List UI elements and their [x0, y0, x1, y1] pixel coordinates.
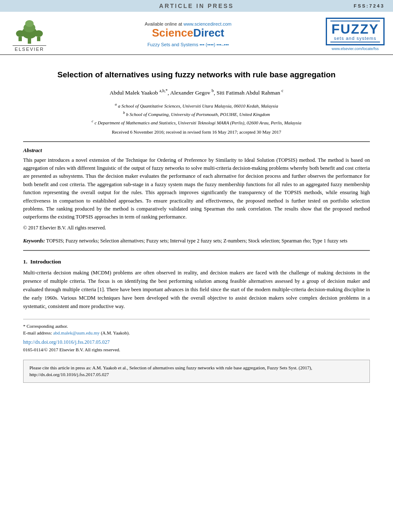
affiliation-c: c c Department of Mathematics and Statis…: [23, 118, 370, 126]
abstract-text: This paper introduces a novel extension …: [23, 156, 370, 221]
svg-point-3: [25, 20, 34, 27]
center-header: Available online at www.sciencedirect.co…: [50, 21, 326, 47]
abstract-section: Abstract This paper introduces a novel e…: [23, 147, 370, 231]
footnote-area: * Corresponding author. E-mail address: …: [23, 319, 370, 352]
copyright: © 2017 Elsevier B.V. All rights reserved…: [23, 225, 370, 231]
section1-title: 1. Introduction: [23, 258, 370, 265]
cite-text: Please cite this article in press as: A.…: [29, 365, 312, 377]
abstract-title: Abstract: [23, 147, 370, 154]
fuzzy-logo-text: FUZZY: [330, 22, 380, 36]
sciencedirect-url: www.sciencedirect.com: [183, 21, 231, 26]
article-banner: ARTICLE IN PRESS FSS:7243: [0, 0, 393, 12]
corresponding-label: * Corresponding author.: [23, 324, 68, 329]
svg-rect-0: [28, 38, 31, 44]
received-dates: Received 6 November 2016; received in re…: [23, 129, 370, 134]
issn-text: 0165-0114/© 2017 Elsevier B.V. All right…: [23, 347, 370, 352]
section1-heading: Introduction: [30, 258, 61, 265]
email-label: E-mail address:: [23, 330, 52, 335]
keywords: Keywords: TOPSIS; Fuzzy networks; Select…: [23, 237, 370, 245]
journal-name-header: Fuzzy Sets and Systems ••• (••••) •••–••…: [59, 42, 317, 47]
svg-rect-6: [18, 37, 22, 41]
section1-number: 1.: [23, 258, 27, 265]
keywords-label: Keywords:: [23, 238, 45, 244]
elsevier-logo: ELSEVIER: [8, 17, 50, 52]
email-suffix: (A.M. Yaakob).: [101, 330, 130, 335]
section1-text: Multi-criteria decision making (MCDM) pr…: [23, 269, 370, 311]
affiliation-b: b b School of Computing, University of P…: [23, 110, 370, 118]
fuzzy-logo-url: www.elsevier.com/locate/fss: [332, 47, 379, 51]
section-divider: [23, 250, 370, 251]
fuzzy-logo-sub: sets and systems: [330, 36, 380, 41]
elsevier-wordmark: ELSEVIER: [13, 45, 46, 52]
corresponding-author: * Corresponding author.: [23, 323, 370, 330]
keywords-text: TOPSIS; Fuzzy networks; Selection altern…: [46, 238, 348, 244]
email-address: abd.malek@uum.edu.my: [53, 330, 100, 335]
svg-point-5: [34, 30, 43, 37]
affiliation-a: a a School of Quantitative Sciences, Uni…: [23, 101, 370, 110]
header-divider: [23, 141, 370, 142]
email-line: E-mail address: abd.malek@uum.edu.my (A.…: [23, 329, 370, 337]
sciencedirect-logo: ScienceDirect: [59, 26, 317, 40]
journal-header: ELSEVIER Available online at www.science…: [0, 12, 393, 55]
paper-title: Selection of alternatives using fuzzy ne…: [23, 69, 370, 81]
svg-point-4: [16, 30, 24, 37]
doi-link: http://dx.doi.org/10.1016/j.fss.2017.05.…: [23, 339, 370, 345]
fss-id: FSS:7243: [353, 3, 385, 8]
cite-box: Please cite this article in press as: A.…: [23, 360, 370, 383]
available-online-text: Available online at www.sciencedirect.co…: [59, 21, 317, 26]
banner-text: ARTICLE IN PRESS: [159, 3, 234, 9]
fuzzy-journal-logo: FUZZY sets and systems www.elsevier.com/…: [326, 18, 385, 51]
svg-rect-7: [37, 37, 40, 41]
main-content: Selection of alternatives using fuzzy ne…: [0, 55, 393, 391]
doi-line: http://dx.doi.org/10.1016/j.fss.2017.05.…: [23, 339, 370, 345]
authors: Abdul Malek Yaakob a,b,*, Alexander Gego…: [23, 87, 370, 97]
affiliations: a a School of Quantitative Sciences, Uni…: [23, 101, 370, 127]
